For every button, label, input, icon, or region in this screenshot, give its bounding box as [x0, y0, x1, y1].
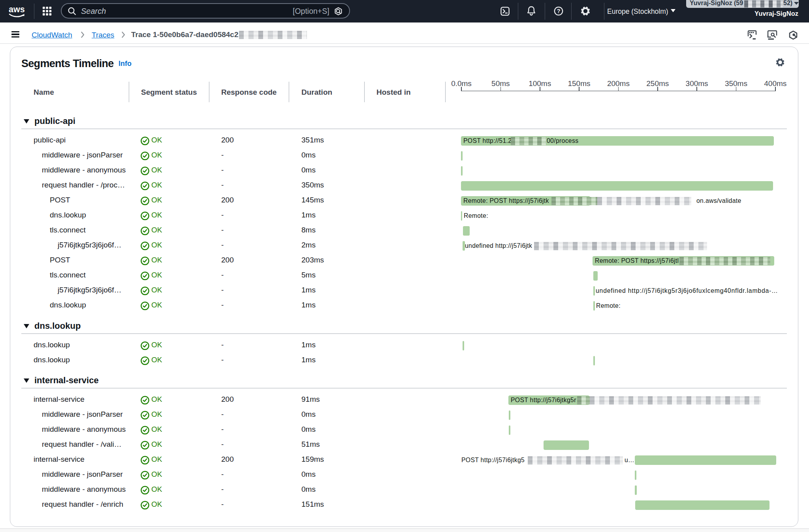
svg-text:aws: aws — [9, 5, 25, 14]
svg-text:?: ? — [557, 7, 560, 14]
